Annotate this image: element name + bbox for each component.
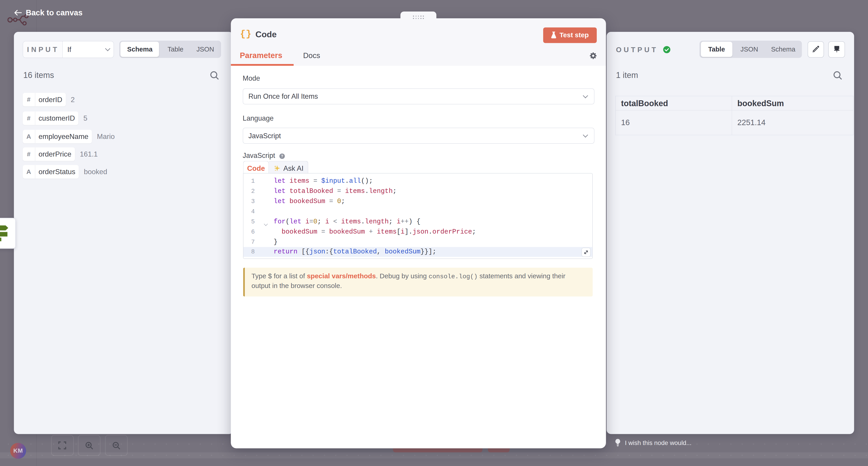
- svg-text:?: ?: [281, 155, 283, 158]
